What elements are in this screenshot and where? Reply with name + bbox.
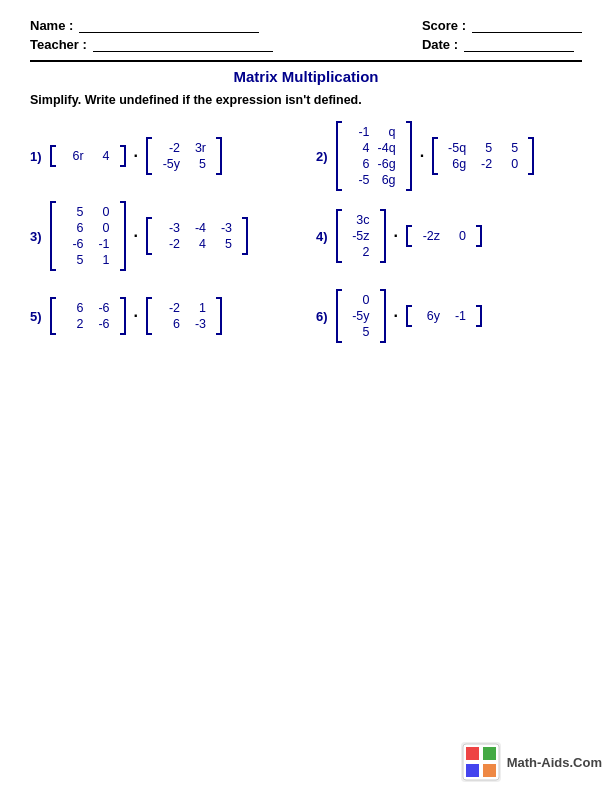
matrix: -1q4-4q6-6g-56g [336, 121, 412, 191]
matrix-row: 60 [66, 221, 110, 235]
matrix-row: 3c [352, 213, 370, 227]
bracket-right-icon [216, 297, 222, 335]
matrix-row: -5y5 [162, 157, 206, 171]
matrix-cell: -4q [378, 141, 396, 155]
matrix-cell: 5 [214, 237, 232, 251]
date-row: Date : [422, 37, 582, 52]
matrix-cell: 3r [188, 141, 206, 155]
instructions: Simplify. Write undefined if the express… [30, 93, 582, 107]
problem-number: 1) [30, 149, 42, 164]
matrix-cell: 6 [162, 317, 180, 331]
matrix-row: -6-1 [66, 237, 110, 251]
matrix-cell: -6g [378, 157, 396, 171]
teacher-row: Teacher : [30, 37, 273, 52]
name-row: Name : [30, 18, 273, 33]
matrix-cell: 2 [352, 245, 370, 259]
matrix-row: 2 [352, 245, 370, 259]
matrix-row: -3-4-3 [162, 221, 232, 235]
problem: 6)0-5y5·6y-1 [306, 281, 582, 351]
matrix-row: -5y [352, 309, 370, 323]
matrix-expression: 0-5y5·6y-1 [336, 289, 482, 343]
problems-container: 1)6r4·-23r-5y52)-1q4-4q6-6g-56g·-5q556g-… [30, 121, 582, 361]
multiplication-dot-icon: · [394, 307, 398, 325]
matrix-cell: 2 [66, 317, 84, 331]
matrix-cell: 5 [66, 205, 84, 219]
matrix-row: 6y-1 [422, 309, 466, 323]
matrix: 0-5y5 [336, 289, 386, 343]
matrix: 3c-5z2 [336, 209, 386, 263]
score-line [472, 19, 582, 33]
matrix-expression: 3c-5z2·-2z0 [336, 209, 482, 263]
problem-number: 3) [30, 229, 42, 244]
matrix-cell: -5 [352, 173, 370, 187]
watermark-text: Math-Aids.Com [507, 755, 602, 770]
svg-rect-5 [483, 764, 496, 777]
matrix-row: -245 [162, 237, 232, 251]
bracket-right-icon [406, 121, 412, 191]
matrix-cell: 5 [500, 141, 518, 155]
matrix-cell: -6 [92, 301, 110, 315]
matrix-inner: 3c-5z2 [344, 209, 378, 263]
problem-row: 1)6r4·-23r-5y52)-1q4-4q6-6g-56g·-5q556g-… [30, 121, 582, 201]
matrix-cell: -1 [448, 309, 466, 323]
matrix-cell: 6 [66, 221, 84, 235]
svg-rect-2 [466, 747, 479, 760]
matrix-cell: 0 [500, 157, 518, 171]
matrix: -3-4-3-245 [146, 217, 248, 255]
matrix-row: 2-6 [66, 317, 110, 331]
bracket-left-icon [336, 289, 342, 343]
bracket-right-icon [380, 209, 386, 263]
bracket-right-icon [528, 137, 534, 175]
problem-number: 2) [316, 149, 328, 164]
matrix: -216-3 [146, 297, 222, 335]
multiplication-dot-icon: · [134, 227, 138, 245]
matrix-cell: 0 [92, 221, 110, 235]
matrix-cell: 6r [66, 149, 84, 163]
matrix-cell: 1 [92, 253, 110, 267]
matrix-inner: 6-62-6 [58, 297, 118, 335]
name-line [79, 19, 259, 33]
matrix-inner: 5060-6-151 [58, 201, 118, 271]
matrix-cell: 6g [378, 173, 396, 187]
matrix-cell: q [378, 125, 396, 139]
problem-row: 3)5060-6-151·-3-4-3-2454)3c-5z2·-2z0 [30, 201, 582, 281]
matrix-inner: -1q4-4q6-6g-56g [344, 121, 404, 191]
matrix-inner: -3-4-3-245 [154, 217, 240, 255]
matrix-cell: 0 [448, 229, 466, 243]
watermark-logo-icon [461, 742, 501, 782]
matrix-row: -1q [352, 125, 396, 139]
matrix-cell: 3c [352, 213, 370, 227]
matrix-inner: -216-3 [154, 297, 214, 335]
matrix-cell: 6 [66, 301, 84, 315]
bracket-right-icon [216, 137, 222, 175]
multiplication-dot-icon: · [394, 227, 398, 245]
matrix-cell: -5z [352, 229, 370, 243]
matrix-cell: -2 [162, 301, 180, 315]
matrix-row: 51 [66, 253, 110, 267]
problem: 4)3c-5z2·-2z0 [306, 201, 582, 271]
matrix: 6r4 [50, 145, 126, 167]
matrix-row: 6-3 [162, 317, 206, 331]
matrix-inner: -5q556g-20 [440, 137, 526, 175]
bracket-right-icon [120, 145, 126, 167]
matrix-cell: 5 [188, 157, 206, 171]
matrix-cell: -5y [162, 157, 180, 171]
matrix-inner: -23r-5y5 [154, 137, 214, 175]
matrix-cell: 4 [188, 237, 206, 251]
bracket-left-icon [336, 121, 342, 191]
matrix-cell: -5y [352, 309, 370, 323]
matrix: 6-62-6 [50, 297, 126, 335]
header: Name : Teacher : Score : Date : [30, 18, 582, 52]
bracket-left-icon [406, 225, 412, 247]
matrix-cell: -2 [162, 237, 180, 251]
worksheet-title: Matrix Multiplication [30, 68, 582, 85]
bracket-left-icon [146, 297, 152, 335]
bracket-left-icon [50, 201, 56, 271]
svg-rect-3 [483, 747, 496, 760]
svg-rect-4 [466, 764, 479, 777]
bracket-left-icon [432, 137, 438, 175]
matrix-inner: 6y-1 [414, 305, 474, 327]
matrix-cell: -6 [66, 237, 84, 251]
matrix-cell: -2 [474, 157, 492, 171]
problem-number: 4) [316, 229, 328, 244]
